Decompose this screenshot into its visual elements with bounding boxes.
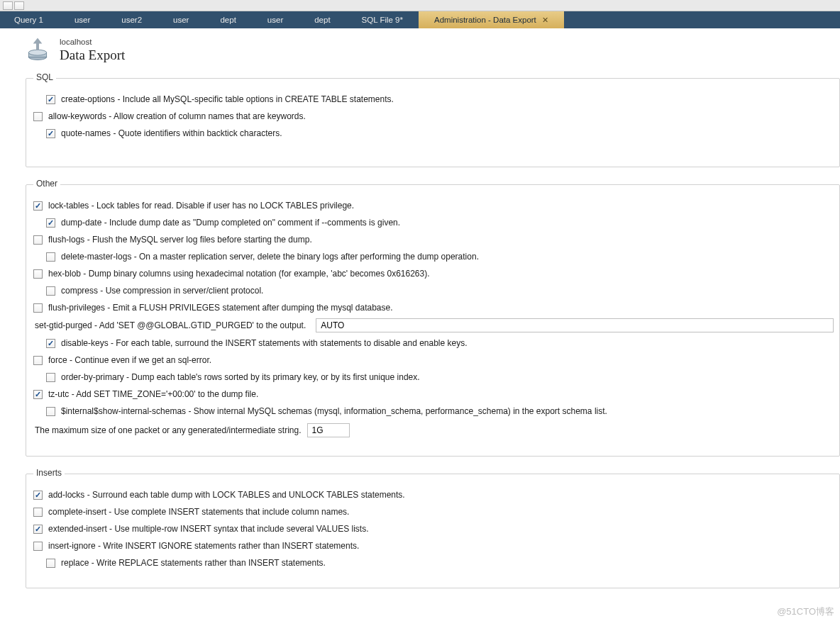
svg-point-2	[28, 50, 46, 55]
option-row-hex-blob: hex-blob - Dump binary columns using hex…	[32, 266, 834, 281]
checkbox-hex-blob[interactable]	[33, 269, 43, 279]
toolbar-button[interactable]	[14, 1, 24, 10]
tab-dept[interactable]: dept	[299, 11, 346, 28]
tab-label: user2	[121, 16, 142, 24]
checkbox-compress[interactable]	[46, 286, 55, 296]
tab-dept[interactable]: dept	[204, 11, 251, 28]
group-legend-other: Other	[33, 179, 60, 189]
host-label: localhost	[60, 38, 125, 46]
checkbox-flush-logs[interactable]	[33, 235, 43, 245]
option-label-compress: compress - Use compression in server/cli…	[61, 286, 263, 296]
option-label-add-locks: add-locks - Surround each table dump wit…	[48, 490, 405, 500]
option-label-quote-names: quote-names - Quote identifiers within b…	[61, 128, 282, 138]
group-inserts: Inserts add-locks - Surround each table …	[26, 474, 840, 588]
option-row-insert-ignore: insert-ignore - Write INSERT IGNORE stat…	[32, 538, 834, 554]
checkbox-show-internal-schemas[interactable]	[46, 407, 55, 416]
option-row-dump-date: dump-date - Include dump date as "Dump c…	[32, 215, 834, 230]
set-gtid-purged-field[interactable]	[316, 318, 834, 332]
close-icon[interactable]: ✕	[542, 16, 548, 25]
option-label-disable-keys: disable-keys - For each table, surround …	[61, 338, 468, 348]
option-label-flush-privileges: flush-privileges - Emit a FLUSH PRIVILEG…	[48, 303, 393, 313]
tab-label: dept	[220, 16, 236, 24]
option-row-flush-privileges: flush-privileges - Emit a FLUSH PRIVILEG…	[32, 300, 834, 315]
option-row-delete-master-logs: delete-master-logs - On a master replica…	[32, 249, 834, 264]
checkbox-replace[interactable]	[46, 559, 55, 568]
tab-user[interactable]: user	[59, 11, 106, 28]
checkbox-delete-master-logs[interactable]	[46, 252, 55, 262]
option-row-show-internal-schemas: $internal$show-internal-schemas - Show i…	[32, 403, 834, 419]
option-row-replace: replace - Write REPLACE statements rathe…	[32, 555, 834, 571]
tab-sql-file-9[interactable]: SQL File 9*	[346, 11, 419, 28]
option-label-flush-logs: flush-logs - Flush the MySQL server log …	[48, 235, 312, 245]
option-row-add-locks: add-locks - Surround each table dump wit…	[32, 487, 834, 503]
tab-label: user	[267, 16, 283, 24]
max-packet-field[interactable]	[307, 423, 350, 437]
tab-user[interactable]: user	[158, 11, 204, 28]
checkbox-flush-privileges[interactable]	[33, 303, 43, 313]
option-label-order-by-primary: order-by-primary - Dump each table's row…	[61, 372, 420, 382]
tab-label: dept	[314, 16, 330, 24]
option-row-allow-keywords: allow-keywords - Allow creation of colum…	[32, 108, 834, 124]
tab-user[interactable]: user	[252, 11, 299, 28]
tab-user2[interactable]: user2	[106, 11, 158, 28]
page-header: localhost Data Export	[0, 28, 840, 71]
group-legend-inserts: Inserts	[33, 468, 65, 478]
set-gtid-purged-row: set-gtid-purged - Add 'SET @@GLOBAL.GTID…	[33, 318, 834, 332]
tab-label: user	[74, 16, 90, 24]
option-row-tz-utc: tz-utc - Add SET TIME_ZONE='+00:00' to t…	[32, 386, 834, 402]
checkbox-create-options[interactable]	[46, 95, 55, 104]
checkbox-order-by-primary[interactable]	[46, 373, 55, 382]
page-title: Data Export	[60, 47, 125, 63]
option-label-dump-date: dump-date - Include dump date as "Dump c…	[61, 218, 400, 228]
option-label-insert-ignore: insert-ignore - Write INSERT IGNORE stat…	[48, 541, 359, 551]
option-label-delete-master-logs: delete-master-logs - On a master replica…	[61, 252, 479, 262]
option-label-tz-utc: tz-utc - Add SET TIME_ZONE='+00:00' to t…	[48, 389, 258, 399]
option-row-force: force - Continue even if we get an sql-e…	[32, 352, 834, 368]
option-label-create-options: create-options - Include all MySQL-speci…	[61, 94, 394, 104]
tab-label: user	[173, 16, 189, 24]
option-row-disable-keys: disable-keys - For each table, surround …	[32, 335, 834, 351]
checkbox-lock-tables[interactable]	[33, 201, 43, 211]
option-row-order-by-primary: order-by-primary - Dump each table's row…	[32, 369, 834, 385]
option-label-force: force - Continue even if we get an sql-e…	[48, 355, 211, 365]
set-gtid-purged-label: set-gtid-purged - Add 'SET @@GLOBAL.GTID…	[35, 320, 306, 330]
checkbox-insert-ignore[interactable]	[33, 542, 43, 551]
option-row-compress: compress - Use compression in server/cli…	[32, 283, 834, 298]
option-row-create-options: create-options - Include all MySQL-speci…	[32, 91, 834, 107]
checkbox-tz-utc[interactable]	[33, 390, 43, 399]
tab-administration-data-export[interactable]: Administration - Data Export✕	[419, 11, 564, 28]
tab-label: Query 1	[14, 16, 43, 24]
editor-tab-bar: Query 1useruser2userdeptuserdeptSQL File…	[0, 11, 840, 28]
tab-label: Administration - Data Export	[434, 16, 536, 24]
checkbox-add-locks[interactable]	[33, 491, 43, 500]
checkbox-quote-names[interactable]	[46, 129, 55, 138]
option-row-quote-names: quote-names - Quote identifiers within b…	[32, 125, 834, 141]
option-label-lock-tables: lock-tables - Lock tables for read. Disa…	[48, 201, 354, 211]
checkbox-complete-insert[interactable]	[33, 508, 43, 517]
window-toolbar	[0, 0, 840, 11]
checkbox-allow-keywords[interactable]	[33, 112, 43, 121]
option-row-flush-logs: flush-logs - Flush the MySQL server log …	[32, 232, 834, 247]
max-packet-label: The maximum size of one packet or any ge…	[35, 425, 302, 435]
group-sql: SQL create-options - Include all MySQL-s…	[26, 78, 840, 167]
tab-query-1[interactable]: Query 1	[0, 11, 59, 28]
checkbox-force[interactable]	[33, 356, 43, 365]
checkbox-disable-keys[interactable]	[46, 339, 55, 348]
toolbar-button[interactable]	[3, 1, 13, 10]
option-label-replace: replace - Write REPLACE statements rathe…	[61, 558, 326, 568]
database-export-icon	[24, 37, 51, 64]
option-row-extended-insert: extended-insert - Use multiple-row INSER…	[32, 521, 834, 537]
group-other: Other lock-tables - Lock tables for read…	[26, 184, 840, 457]
option-label-complete-insert: complete-insert - Use complete INSERT st…	[48, 507, 349, 517]
max-packet-row: The maximum size of one packet or any ge…	[33, 423, 834, 437]
option-label-extended-insert: extended-insert - Use multiple-row INSER…	[48, 524, 369, 534]
option-row-complete-insert: complete-insert - Use complete INSERT st…	[32, 504, 834, 520]
checkbox-dump-date[interactable]	[46, 218, 55, 228]
watermark: @51CTO博客	[777, 605, 834, 618]
option-label-show-internal-schemas: $internal$show-internal-schemas - Show i…	[61, 406, 607, 416]
option-row-lock-tables: lock-tables - Lock tables for read. Disa…	[32, 198, 834, 213]
tab-label: SQL File 9*	[362, 16, 403, 24]
checkbox-extended-insert[interactable]	[33, 525, 43, 534]
option-label-allow-keywords: allow-keywords - Allow creation of colum…	[48, 111, 306, 121]
option-label-hex-blob: hex-blob - Dump binary columns using hex…	[48, 269, 430, 279]
